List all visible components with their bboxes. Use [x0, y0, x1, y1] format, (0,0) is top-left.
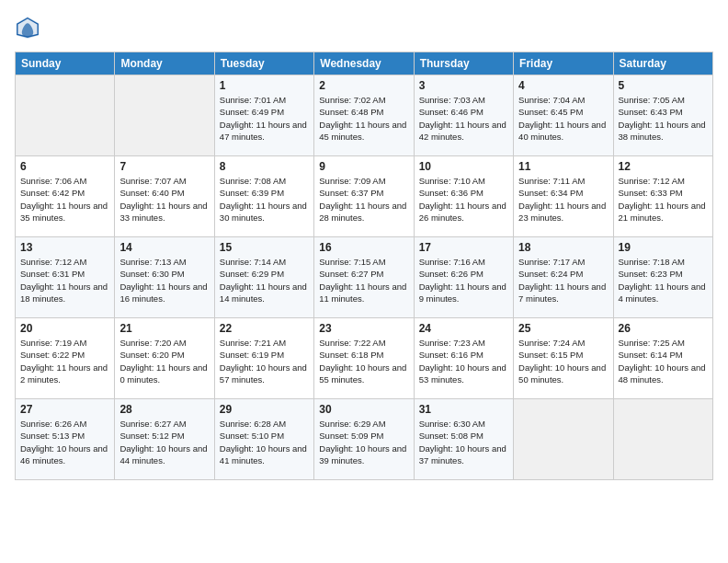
day-content: Sunrise: 6:28 AM Sunset: 5:10 PM Dayligh…	[220, 418, 309, 466]
day-content: Sunrise: 7:24 AM Sunset: 6:15 PM Dayligh…	[518, 337, 608, 385]
day-number: 26	[619, 322, 708, 335]
calendar-cell: 3Sunrise: 7:03 AM Sunset: 6:46 PM Daylig…	[414, 75, 513, 156]
day-number: 19	[619, 241, 708, 254]
calendar-cell: 9Sunrise: 7:09 AM Sunset: 6:37 PM Daylig…	[314, 156, 414, 237]
day-number: 31	[419, 403, 508, 416]
calendar-cell: 22Sunrise: 7:21 AM Sunset: 6:19 PM Dayli…	[214, 318, 313, 399]
calendar-cell: 25Sunrise: 7:24 AM Sunset: 6:15 PM Dayli…	[514, 318, 613, 399]
calendar-cell	[16, 75, 115, 156]
day-number: 1	[220, 79, 309, 92]
day-content: Sunrise: 7:20 AM Sunset: 6:20 PM Dayligh…	[119, 337, 209, 385]
day-number: 16	[319, 241, 408, 254]
calendar-cell: 2Sunrise: 7:02 AM Sunset: 6:48 PM Daylig…	[314, 75, 414, 156]
calendar-cell: 16Sunrise: 7:15 AM Sunset: 6:27 PM Dayli…	[314, 237, 414, 318]
calendar-cell: 13Sunrise: 7:12 AM Sunset: 6:31 PM Dayli…	[16, 237, 115, 318]
calendar-cell: 11Sunrise: 7:11 AM Sunset: 6:34 PM Dayli…	[514, 156, 613, 237]
calendar-cell	[115, 75, 214, 156]
calendar-cell: 15Sunrise: 7:14 AM Sunset: 6:29 PM Dayli…	[214, 237, 313, 318]
day-number: 5	[619, 79, 708, 92]
day-content: Sunrise: 7:17 AM Sunset: 6:24 PM Dayligh…	[518, 256, 608, 304]
calendar-cell: 10Sunrise: 7:10 AM Sunset: 6:36 PM Dayli…	[414, 156, 513, 237]
calendar-table: SundayMondayTuesdayWednesdayThursdayFrid…	[15, 52, 713, 480]
day-content: Sunrise: 6:29 AM Sunset: 5:09 PM Dayligh…	[319, 418, 408, 466]
day-number: 15	[220, 241, 309, 254]
day-content: Sunrise: 7:22 AM Sunset: 6:18 PM Dayligh…	[319, 337, 408, 385]
calendar-cell: 28Sunrise: 6:27 AM Sunset: 5:12 PM Dayli…	[115, 399, 214, 480]
day-content: Sunrise: 7:18 AM Sunset: 6:23 PM Dayligh…	[619, 256, 708, 304]
day-number: 18	[518, 241, 608, 254]
calendar-cell: 20Sunrise: 7:19 AM Sunset: 6:22 PM Dayli…	[16, 318, 115, 399]
calendar-cell: 31Sunrise: 6:30 AM Sunset: 5:08 PM Dayli…	[414, 399, 513, 480]
day-number: 6	[20, 160, 109, 173]
day-content: Sunrise: 7:19 AM Sunset: 6:22 PM Dayligh…	[20, 337, 109, 385]
day-content: Sunrise: 7:12 AM Sunset: 6:31 PM Dayligh…	[20, 256, 109, 304]
calendar-cell: 1Sunrise: 7:01 AM Sunset: 6:49 PM Daylig…	[214, 75, 313, 156]
weekday-header: Tuesday	[214, 52, 313, 75]
day-number: 27	[20, 403, 109, 416]
day-content: Sunrise: 7:14 AM Sunset: 6:29 PM Dayligh…	[220, 256, 309, 304]
day-number: 4	[518, 79, 608, 92]
day-number: 29	[220, 403, 309, 416]
calendar-cell: 23Sunrise: 7:22 AM Sunset: 6:18 PM Dayli…	[314, 318, 414, 399]
day-content: Sunrise: 7:11 AM Sunset: 6:34 PM Dayligh…	[518, 175, 608, 224]
day-content: Sunrise: 7:03 AM Sunset: 6:46 PM Dayligh…	[419, 94, 508, 143]
calendar-cell: 19Sunrise: 7:18 AM Sunset: 6:23 PM Dayli…	[613, 237, 712, 318]
day-number: 2	[319, 79, 408, 92]
day-content: Sunrise: 7:16 AM Sunset: 6:26 PM Dayligh…	[419, 256, 508, 304]
calendar-cell: 17Sunrise: 7:16 AM Sunset: 6:26 PM Dayli…	[414, 237, 513, 318]
day-number: 7	[119, 160, 209, 173]
weekday-header: Thursday	[414, 52, 513, 75]
day-content: Sunrise: 7:01 AM Sunset: 6:49 PM Dayligh…	[220, 94, 309, 143]
calendar-cell: 27Sunrise: 6:26 AM Sunset: 5:13 PM Dayli…	[16, 399, 115, 480]
calendar-cell	[613, 399, 712, 480]
day-content: Sunrise: 7:04 AM Sunset: 6:45 PM Dayligh…	[518, 94, 608, 143]
calendar-cell	[514, 399, 613, 480]
day-content: Sunrise: 7:07 AM Sunset: 6:40 PM Dayligh…	[119, 175, 209, 224]
calendar-cell: 14Sunrise: 7:13 AM Sunset: 6:30 PM Dayli…	[115, 237, 214, 318]
calendar-cell: 5Sunrise: 7:05 AM Sunset: 6:43 PM Daylig…	[613, 75, 712, 156]
calendar-cell: 6Sunrise: 7:06 AM Sunset: 6:42 PM Daylig…	[16, 156, 115, 237]
day-number: 13	[20, 241, 109, 254]
day-number: 30	[319, 403, 408, 416]
day-content: Sunrise: 7:05 AM Sunset: 6:43 PM Dayligh…	[619, 94, 708, 143]
calendar-week-row: 13Sunrise: 7:12 AM Sunset: 6:31 PM Dayli…	[16, 237, 713, 318]
calendar-header-row: SundayMondayTuesdayWednesdayThursdayFrid…	[16, 52, 713, 75]
day-content: Sunrise: 7:25 AM Sunset: 6:14 PM Dayligh…	[619, 337, 708, 385]
weekday-header: Friday	[514, 52, 613, 75]
calendar-week-row: 1Sunrise: 7:01 AM Sunset: 6:49 PM Daylig…	[16, 75, 713, 156]
day-number: 23	[319, 322, 408, 335]
day-content: Sunrise: 7:12 AM Sunset: 6:33 PM Dayligh…	[619, 175, 708, 224]
calendar-cell: 8Sunrise: 7:08 AM Sunset: 6:39 PM Daylig…	[214, 156, 313, 237]
weekday-header: Sunday	[16, 52, 115, 75]
calendar-cell: 7Sunrise: 7:07 AM Sunset: 6:40 PM Daylig…	[115, 156, 214, 237]
calendar-cell: 29Sunrise: 6:28 AM Sunset: 5:10 PM Dayli…	[214, 399, 313, 480]
day-content: Sunrise: 7:13 AM Sunset: 6:30 PM Dayligh…	[119, 256, 209, 304]
day-number: 24	[419, 322, 508, 335]
calendar-cell: 18Sunrise: 7:17 AM Sunset: 6:24 PM Dayli…	[514, 237, 613, 318]
day-content: Sunrise: 6:26 AM Sunset: 5:13 PM Dayligh…	[20, 418, 109, 466]
day-number: 3	[419, 79, 508, 92]
day-number: 17	[419, 241, 508, 254]
day-number: 28	[119, 403, 209, 416]
calendar-cell: 30Sunrise: 6:29 AM Sunset: 5:09 PM Dayli…	[314, 399, 414, 480]
day-content: Sunrise: 7:10 AM Sunset: 6:36 PM Dayligh…	[419, 175, 508, 224]
day-number: 22	[220, 322, 309, 335]
day-content: Sunrise: 6:27 AM Sunset: 5:12 PM Dayligh…	[119, 418, 209, 466]
day-number: 10	[419, 160, 508, 173]
weekday-header: Wednesday	[314, 52, 414, 75]
day-content: Sunrise: 7:21 AM Sunset: 6:19 PM Dayligh…	[220, 337, 309, 385]
day-content: Sunrise: 7:06 AM Sunset: 6:42 PM Dayligh…	[20, 175, 109, 224]
day-content: Sunrise: 7:15 AM Sunset: 6:27 PM Dayligh…	[319, 256, 408, 304]
logo-icon	[15, 15, 40, 40]
day-number: 25	[518, 322, 608, 335]
day-content: Sunrise: 7:08 AM Sunset: 6:39 PM Dayligh…	[220, 175, 309, 224]
day-number: 12	[619, 160, 708, 173]
day-number: 8	[220, 160, 309, 173]
calendar-week-row: 20Sunrise: 7:19 AM Sunset: 6:22 PM Dayli…	[16, 318, 713, 399]
day-content: Sunrise: 7:09 AM Sunset: 6:37 PM Dayligh…	[319, 175, 408, 224]
calendar-cell: 24Sunrise: 7:23 AM Sunset: 6:16 PM Dayli…	[414, 318, 513, 399]
calendar-cell: 21Sunrise: 7:20 AM Sunset: 6:20 PM Dayli…	[115, 318, 214, 399]
day-content: Sunrise: 7:23 AM Sunset: 6:16 PM Dayligh…	[419, 337, 508, 385]
calendar-week-row: 27Sunrise: 6:26 AM Sunset: 5:13 PM Dayli…	[16, 399, 713, 480]
calendar-cell: 4Sunrise: 7:04 AM Sunset: 6:45 PM Daylig…	[514, 75, 613, 156]
